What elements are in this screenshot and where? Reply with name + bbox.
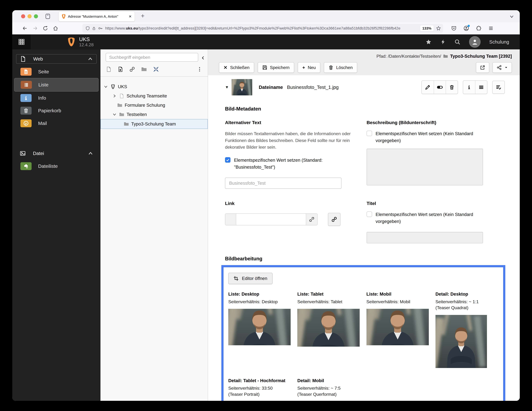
variant-ratio: Seitenverhältnis: 33:50 <box>228 385 291 391</box>
zoom-level-badge[interactable]: 133% <box>420 26 434 31</box>
chevron-right-icon[interactable] <box>112 94 117 98</box>
tree-node-schulung-teamseite[interactable]: Schulung Teamseite <box>100 91 208 101</box>
tree-node-root[interactable]: UKS <box>100 82 208 91</box>
crop-variant-detail-desktop[interactable]: Detail: Desktop Seitenverhältnis: ~ 1:1 … <box>436 291 498 368</box>
collapse-record-icon[interactable]: ▼ <box>225 85 232 89</box>
browser-tab[interactable]: Adresse "Mustermann A, Anton" ✕ <box>58 11 135 21</box>
alt-text-checkbox-label[interactable]: Elementspezifischen Wert setzen (Standar… <box>234 157 351 170</box>
crop-icon <box>233 276 239 281</box>
module-group-datei[interactable]: Datei <box>16 149 97 158</box>
reload-icon[interactable] <box>40 26 50 31</box>
lock-icon[interactable] <box>92 26 96 30</box>
new-page-icon[interactable] <box>106 66 112 72</box>
browser-toolbar: https://www.uks.eu/typo3/record/edit?edi… <box>12 22 520 34</box>
typo3-favicon <box>62 14 66 19</box>
delete-button[interactable]: Löschen <box>324 62 357 73</box>
edit-pencil-icon[interactable] <box>422 81 434 94</box>
link-icon[interactable] <box>129 66 135 72</box>
chevron-down-icon[interactable] <box>112 112 117 116</box>
tree-node-typo3-schulung-team[interactable]: Typo3-Schulung Team <box>100 119 208 129</box>
hide-toggle-icon[interactable] <box>434 81 446 94</box>
tab-title: Adresse "Mustermann A, Anton" <box>68 14 126 19</box>
new-button[interactable]: +Neu <box>298 62 321 73</box>
username[interactable]: Schulung <box>489 39 509 45</box>
minimize-window-button[interactable] <box>28 14 32 18</box>
info-icon[interactable] <box>463 81 475 94</box>
variant-ratio: Seitenverhältnis: Mobil <box>366 299 429 305</box>
folder-icon <box>119 112 125 117</box>
chevron-down-icon[interactable] <box>104 85 108 89</box>
address-bar[interactable]: https://www.uks.eu/typo3/record/edit?edi… <box>82 24 443 33</box>
typo3-topbar: UKS 12.4.28 Schulung <box>12 34 520 49</box>
avatar[interactable] <box>469 36 481 48</box>
crop-variant-liste-desktop[interactable]: Liste: Desktop Seitenverhältnis: Desktop <box>228 291 291 368</box>
account-icon[interactable] <box>464 26 469 31</box>
description-checkbox[interactable] <box>367 131 372 136</box>
delete-record-icon[interactable] <box>446 81 458 94</box>
link-input-prefix <box>225 214 236 225</box>
close-window-button[interactable] <box>21 14 25 18</box>
tree-search-input[interactable] <box>106 53 198 62</box>
tabs-dropdown-icon[interactable] <box>509 14 514 19</box>
sidebar-item-mail[interactable]: p Mail <box>12 117 100 130</box>
folder-icon[interactable] <box>141 66 147 72</box>
kebab-menu-icon[interactable] <box>197 66 202 72</box>
share-button[interactable] <box>493 62 512 73</box>
link-browser-button[interactable] <box>328 213 341 226</box>
save-button[interactable]: Speichern <box>258 62 294 73</box>
tab-overview-icon[interactable] <box>45 13 51 19</box>
crop-variant-liste-mobil[interactable]: Liste: Mobil Seitenverhältnis: Mobil <box>366 291 429 368</box>
variant-title: Detail: Tablet - Hochformat <box>228 378 291 384</box>
folder-icon <box>443 54 448 59</box>
new-shortcut-icon[interactable] <box>118 66 123 72</box>
alt-text-checkbox[interactable] <box>225 157 230 163</box>
collapse-all-icon[interactable] <box>153 66 159 72</box>
sidebar-item-seite[interactable]: Seite <box>12 65 100 78</box>
list-bars-icon[interactable] <box>475 81 487 94</box>
sidebar-item-dateiliste[interactable]: Dateiliste <box>12 160 100 172</box>
clear-cache-bolt-icon[interactable] <box>440 39 446 45</box>
search-icon[interactable] <box>454 39 460 45</box>
sort-check-icon[interactable] <box>492 81 505 94</box>
sidebar-item-papierkorb[interactable]: Papierkorb <box>12 104 100 117</box>
open-in-new-window-button[interactable] <box>476 62 489 73</box>
tree-node-testseiten[interactable]: Testseiten <box>100 110 208 119</box>
link-input[interactable] <box>236 213 306 225</box>
title-input-disabled <box>367 232 483 243</box>
new-tab-button[interactable]: + <box>141 12 145 19</box>
link-label: Link <box>225 201 358 206</box>
tab-close-icon[interactable]: ✕ <box>129 14 132 19</box>
shield-icon[interactable] <box>86 26 90 30</box>
forward-icon[interactable] <box>30 26 40 31</box>
filename-value: Businessfoto_Test_1.jpg <box>287 84 339 90</box>
title-checkbox-label[interactable]: Elementspezifischen Wert setzen (Kein St… <box>376 211 493 225</box>
description-checkbox-label[interactable]: Elementspezifischen Wert setzen (Kein St… <box>376 130 493 144</box>
tree-node-formulare-schulung[interactable]: Formulare Schulung <box>100 101 208 110</box>
extensions-icon[interactable] <box>476 26 481 31</box>
datei-group-icon <box>19 150 26 157</box>
close-button[interactable]: ✕Schließen <box>219 62 254 73</box>
crop-variant-detail-mobil[interactable]: Detail: Mobil Seitenverhältnis: ~ 7:5 (T… <box>297 378 360 401</box>
open-editor-button[interactable]: Editor öffnen <box>228 273 273 284</box>
pocket-icon[interactable] <box>451 26 456 31</box>
typo3-brand[interactable]: UKS 12.4.28 <box>67 37 94 47</box>
back-icon[interactable] <box>20 26 30 31</box>
bookmarks-star-icon[interactable] <box>426 39 432 45</box>
sidebar-item-info[interactable]: Info <box>12 92 100 104</box>
floppy-icon <box>262 65 267 70</box>
collapse-panel-icon[interactable]: ‹ <box>202 53 204 62</box>
typo3-logo <box>67 37 75 47</box>
crop-variant-detail-tablet-hochformat[interactable]: Detail: Tablet - Hochformat Seitenverhäl… <box>228 378 291 401</box>
unlink-icon[interactable] <box>306 214 317 225</box>
home-icon[interactable] <box>50 26 61 31</box>
zoom-window-button[interactable] <box>34 14 38 18</box>
title-checkbox[interactable] <box>367 212 372 217</box>
alt-text-input[interactable] <box>225 177 342 189</box>
key-icon[interactable] <box>98 26 103 30</box>
crop-variant-liste-tablet[interactable]: Liste: Tablet Seitenverhältnis: Tablet <box>297 291 360 368</box>
module-group-web[interactable]: Web <box>16 54 97 64</box>
menu-icon[interactable] <box>488 26 494 31</box>
sidebar-item-liste[interactable]: Liste <box>14 78 99 92</box>
modulemenu-toggle-button[interactable] <box>12 34 31 49</box>
bookmark-star-icon[interactable] <box>436 26 441 31</box>
